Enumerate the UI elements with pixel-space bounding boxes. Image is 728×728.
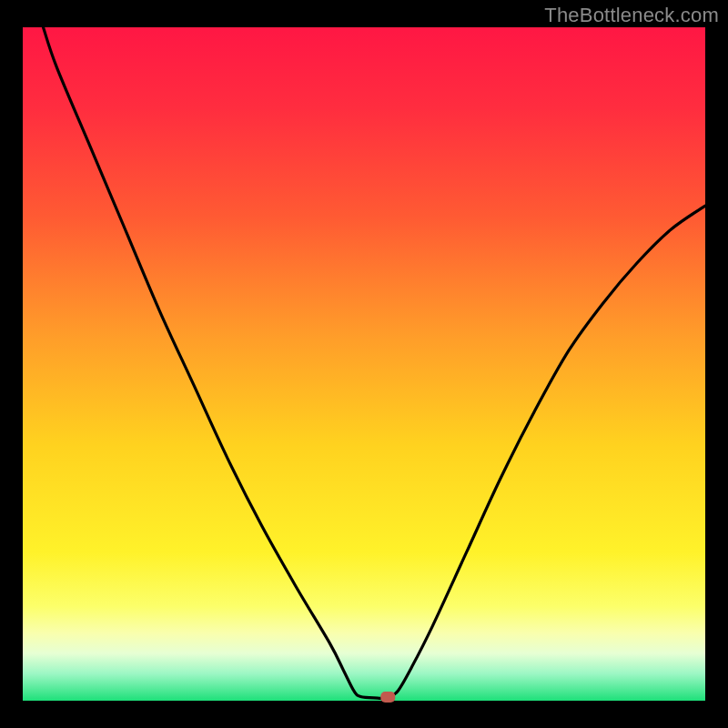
minimum-marker: [380, 692, 395, 703]
chart-frame: TheBottleneck.com: [0, 0, 728, 728]
plot-background: [23, 27, 705, 701]
chart-canvas: [0, 0, 728, 728]
